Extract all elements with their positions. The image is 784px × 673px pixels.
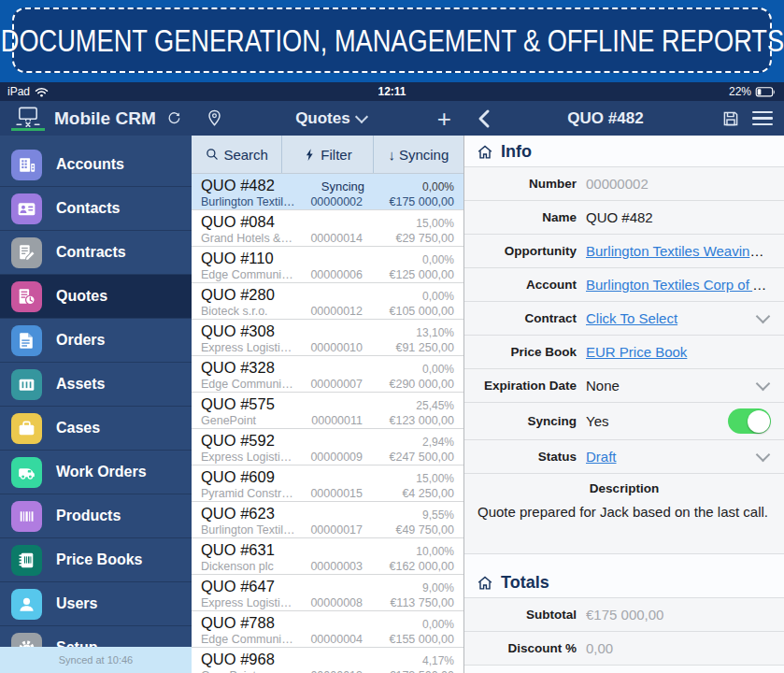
sidebar-item-contacts[interactable]: Contacts xyxy=(0,187,192,231)
accounts-icon xyxy=(11,150,42,180)
totals-heading: Totals xyxy=(501,573,549,593)
sidebar-item-label: Accounts xyxy=(56,156,124,173)
chevron-down-icon xyxy=(756,448,771,463)
quotes-icon xyxy=(11,281,42,312)
arrow-down-icon: ↓ xyxy=(388,147,395,163)
sync-status-bar: Synced at 10:46 xyxy=(0,647,192,673)
field-price-book: Price Book EUR Price Book xyxy=(464,336,784,369)
quote-row[interactable]: QUO #30813,10% Express Logistics and Tra… xyxy=(192,320,463,356)
quote-row[interactable]: QUO #60915,00% Pyramid Construction Inc.… xyxy=(192,465,463,502)
sidebar-item-label: Contacts xyxy=(56,200,120,217)
chevron-down-icon xyxy=(355,109,368,122)
home-icon xyxy=(476,143,494,162)
field-subtotal: Subtotal €175 000,00 xyxy=(464,598,784,632)
field-status[interactable]: Status Draft xyxy=(464,440,784,474)
quote-row[interactable]: QUO #5922,94% Express Logistics and Tran… xyxy=(192,429,463,465)
nav-detail-section: QUO #482 xyxy=(464,101,784,136)
quotes-list-panel: Search Filter ↓ Syncing QUO #482Syncing0… xyxy=(192,136,464,673)
cases-icon xyxy=(11,413,42,444)
back-icon[interactable] xyxy=(476,107,491,130)
field-opportunity: Opportunity Burlington Textiles Weaving … xyxy=(464,235,784,268)
sidebar-item-assets[interactable]: Assets xyxy=(0,363,192,407)
promo-banner-title: DOCUMENT GENERATION, MANAGEMENT & OFFLIN… xyxy=(0,22,783,59)
field-description[interactable]: Description Quote prepared for Jack base… xyxy=(464,474,784,554)
sidebar-item-label: Users xyxy=(56,595,97,612)
field-expiration-date[interactable]: Expiration Date None xyxy=(464,369,784,403)
users-icon xyxy=(11,589,42,620)
quote-row[interactable]: QUO #9684,17% GenePoint00000013€173 500,… xyxy=(192,648,463,673)
field-account: Account Burlington Textiles Corp of Amer… xyxy=(464,268,784,302)
quote-detail-panel: Info Number 00000002 Name QUO #482 Oppor… xyxy=(464,136,784,673)
battery-percent: 22% xyxy=(729,85,751,98)
quote-row[interactable]: QUO #6239,55% Burlington Textiles Corp o… xyxy=(192,502,463,538)
sidebar-item-label: Price Books xyxy=(56,551,142,568)
syncing-sort-button[interactable]: ↓ Syncing xyxy=(374,136,463,173)
assets-icon xyxy=(11,369,42,400)
sidebar-item-cases[interactable]: Cases xyxy=(0,407,192,451)
price-book-link[interactable]: EUR Price Book xyxy=(586,344,687,360)
app-title: Mobile CRM xyxy=(54,108,156,129)
search-button[interactable]: Search xyxy=(192,136,282,173)
add-quote-button[interactable]: + xyxy=(437,107,451,131)
module-title: Quotes xyxy=(295,109,350,128)
sidebar: Accounts Contacts Contracts Quotes xyxy=(0,136,192,673)
clock: 12:11 xyxy=(138,85,646,98)
sidebar-item-contracts[interactable]: Contracts xyxy=(0,231,192,275)
account-link[interactable]: Burlington Textiles Corp of America xyxy=(586,277,771,293)
field-discount[interactable]: Discount % 0,00 xyxy=(464,632,784,666)
sidebar-item-label: Work Orders xyxy=(56,464,147,480)
quote-row[interactable]: QUO #3280,00% Edge Communications0000000… xyxy=(192,356,463,393)
sidebar-item-orders[interactable]: Orders xyxy=(0,319,192,363)
totals-section-header: Totals xyxy=(464,566,784,597)
sidebar-item-label: Contracts xyxy=(56,244,126,261)
contracts-icon xyxy=(11,237,42,268)
quote-row[interactable]: QUO #57525,45% GenePoint00000011€123 000… xyxy=(192,393,463,429)
nav-list-section: Quotes + xyxy=(192,101,464,136)
search-icon xyxy=(205,147,220,162)
quote-row[interactable]: QUO #7880,00% Edge Communications0000000… xyxy=(192,611,463,648)
filter-button[interactable]: Filter xyxy=(282,136,373,173)
quote-row[interactable]: QUO #2800,00% Bioteck s.r.o.00000012€105… xyxy=(192,283,463,320)
chevron-down-icon xyxy=(756,377,771,392)
field-name[interactable]: Name QUO #482 xyxy=(464,201,784,235)
quote-row[interactable]: QUO #08415,00% Grand Hotels & Resorts Lt… xyxy=(192,210,463,247)
promo-banner: DOCUMENT GENERATION, MANAGEMENT & OFFLIN… xyxy=(0,0,784,82)
sidebar-item-products[interactable]: Products xyxy=(0,494,192,538)
contract-link[interactable]: Click To Select xyxy=(586,310,677,326)
quotes-list: QUO #482Syncing0,00% Burlington Textiles… xyxy=(192,174,463,673)
location-pin-icon[interactable] xyxy=(205,107,224,129)
sidebar-item-label: Cases xyxy=(56,420,100,437)
quote-row[interactable]: QUO #1100,00% Edge Communications0000000… xyxy=(192,247,463,283)
syncing-badge: Syncing xyxy=(321,179,364,193)
app-window: DOCUMENT GENERATION, MANAGEMENT & OFFLIN… xyxy=(0,0,784,673)
menu-icon[interactable] xyxy=(752,111,773,126)
opportunity-link[interactable]: Burlington Textiles Weaving Plant… xyxy=(586,243,771,259)
sidebar-item-price-books[interactable]: Price Books xyxy=(0,538,192,582)
offline-display-icon[interactable] xyxy=(11,107,45,131)
carrier-label: iPad xyxy=(7,85,30,98)
sidebar-item-accounts[interactable]: Accounts xyxy=(0,143,192,187)
products-icon xyxy=(11,501,42,532)
field-syncing: Syncing Yes xyxy=(464,403,784,440)
save-icon[interactable] xyxy=(720,108,741,129)
sidebar-item-work-orders[interactable]: Work Orders xyxy=(0,451,192,494)
syncing-toggle[interactable] xyxy=(728,408,771,434)
refresh-icon[interactable] xyxy=(165,108,182,129)
status-link[interactable]: Draft xyxy=(586,449,617,465)
quote-row[interactable]: QUO #63110,00% Dickenson plc00000003€162… xyxy=(192,538,463,575)
status-bar: iPad 12:11 22% xyxy=(0,82,784,101)
sidebar-item-users[interactable]: Users xyxy=(0,582,192,626)
sidebar-item-quotes[interactable]: Quotes xyxy=(0,275,192,319)
main-area: Accounts Contacts Contracts Quotes xyxy=(0,136,784,673)
quote-row[interactable]: QUO #482Syncing0,00% Burlington Textiles… xyxy=(192,174,463,210)
home-icon xyxy=(476,574,494,593)
field-contract[interactable]: Contract Click To Select xyxy=(464,302,784,336)
module-switcher[interactable]: Quotes xyxy=(224,109,437,128)
sidebar-item-label: Orders xyxy=(56,332,105,349)
nav-bar: Mobile CRM Quotes + QUO #482 xyxy=(0,101,784,136)
contacts-icon xyxy=(11,193,42,224)
price-books-icon xyxy=(11,545,42,576)
quote-row[interactable]: QUO #6479,00% Express Logistics and Tran… xyxy=(192,575,463,611)
sidebar-item-label: Products xyxy=(56,508,121,524)
battery-icon xyxy=(755,87,777,97)
